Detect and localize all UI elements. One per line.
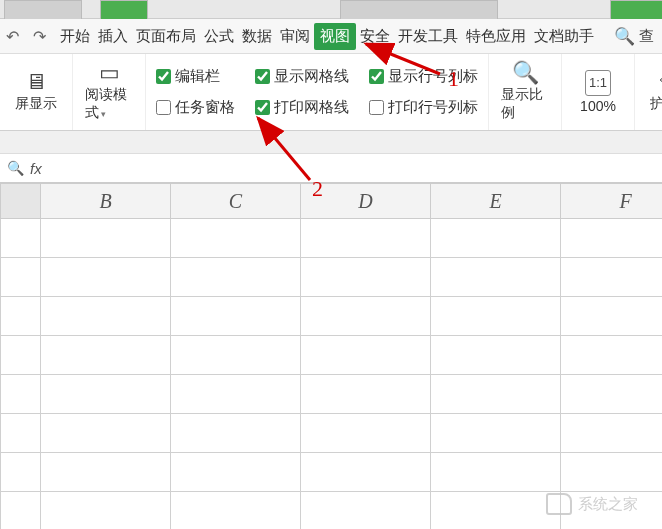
check-label: 打印行号列标 [388,98,478,117]
check-label: 编辑栏 [175,67,220,86]
col-header-c[interactable]: C [171,184,301,219]
table-row[interactable] [1,258,663,297]
eye-care-label: 护眼模 [650,95,662,113]
checkbox[interactable] [369,69,384,84]
col-header-f[interactable]: F [561,184,663,219]
col-header-b[interactable]: B [41,184,171,219]
doc-tab[interactable] [4,0,82,19]
checkbox[interactable] [156,69,171,84]
tab-security[interactable]: 安全 [356,23,394,50]
chevron-down-icon: ▾ [101,109,106,119]
check-print-grid[interactable]: 打印网格线 [255,98,349,117]
table-row[interactable] [1,219,663,258]
separator [0,131,662,154]
fx-label[interactable]: fx [30,160,56,177]
book-icon: ▭ [99,62,120,84]
hundred-label: 100% [580,98,616,114]
search-label: 查 [639,27,654,46]
screen-display-label: 屏显示 [15,95,57,113]
table-row[interactable] [1,297,663,336]
eye-care-button[interactable]: 👁 护眼模 [641,67,662,117]
monitor-icon: 🖥 [25,71,47,93]
screen-display-button[interactable]: 🖥 屏显示 [6,67,66,117]
check-task-pane[interactable]: 任务窗格 [156,98,235,117]
tab-start[interactable]: 开始 [56,23,94,50]
table-row[interactable] [1,453,663,492]
table-row[interactable] [1,336,663,375]
watermark-logo-icon [546,493,572,515]
search-icon: 🔍 [614,26,635,47]
col-header-d[interactable]: D [301,184,431,219]
doc-tab-active[interactable] [100,0,148,19]
reading-mode-label: 阅读模式 [85,86,127,120]
tab-page-layout[interactable]: 页面布局 [132,23,200,50]
formula-input[interactable] [56,158,662,178]
column-header-row: B C D E F [1,184,663,219]
check-label: 显示网格线 [274,67,349,86]
check-show-headings[interactable]: 显示行号列标 [369,67,478,86]
checkbox[interactable] [255,69,270,84]
check-print-headings[interactable]: 打印行号列标 [369,98,478,117]
tab-formula[interactable]: 公式 [200,23,238,50]
zoom-icon: 🔍 [512,62,539,84]
col-header[interactable] [1,184,41,219]
name-box-icon[interactable]: 🔍 [0,160,30,176]
checkbox[interactable] [369,100,384,115]
tab-data[interactable]: 数据 [238,23,276,50]
reading-mode-button[interactable]: ▭ 阅读模式▾ [79,58,139,126]
menu-bar: ↶ ↷ 开始 插入 页面布局 公式 数据 审阅 视图 安全 开发工具 特色应用 … [0,19,662,54]
zoom-label: 显示比例 [501,86,549,122]
checkbox[interactable] [156,100,171,115]
tab-featured[interactable]: 特色应用 [462,23,530,50]
ribbon-view: 🖥 屏显示 ▭ 阅读模式▾ 编辑栏 任务窗格 显示网格线 打印网格线 显示行号列… [0,54,662,131]
watermark-text: 系统之家 [578,495,638,514]
checkbox[interactable] [255,100,270,115]
ratio-icon: 1:1 [585,70,611,96]
check-show-grid[interactable]: 显示网格线 [255,67,349,86]
tab-view[interactable]: 视图 [314,23,356,50]
zoom-button[interactable]: 🔍 显示比例 [495,58,555,126]
check-label: 打印网格线 [274,98,349,117]
hundred-percent-button[interactable]: 1:1 100% [568,66,628,118]
doc-tab[interactable] [610,0,662,19]
tab-review[interactable]: 审阅 [276,23,314,50]
undo-icon[interactable]: ↶ [6,27,19,46]
formula-bar: 🔍 fx [0,154,662,183]
document-tabs-bar [0,0,662,19]
redo-icon[interactable]: ↷ [33,27,46,46]
check-edit-bar[interactable]: 编辑栏 [156,67,235,86]
tab-developer[interactable]: 开发工具 [394,23,462,50]
doc-tab[interactable] [340,0,498,19]
watermark: 系统之家 [546,493,638,515]
check-label: 任务窗格 [175,98,235,117]
search-button[interactable]: 🔍 查 [606,26,662,47]
check-label: 显示行号列标 [388,67,478,86]
spreadsheet-grid[interactable]: B C D E F [0,183,662,529]
table-row[interactable] [1,414,663,453]
tab-insert[interactable]: 插入 [94,23,132,50]
table-row[interactable] [1,375,663,414]
col-header-e[interactable]: E [431,184,561,219]
tab-doc-helper[interactable]: 文档助手 [530,23,598,50]
